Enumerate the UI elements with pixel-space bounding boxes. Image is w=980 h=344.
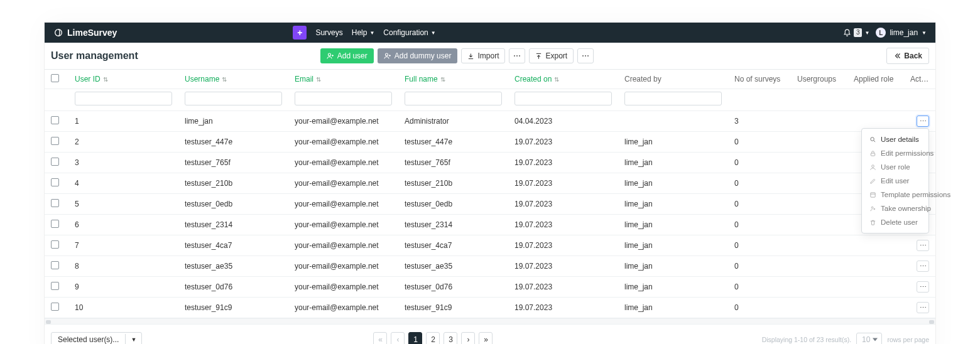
topbar: LimeSurvey + Surveys Help▼ Configuration… xyxy=(45,23,935,43)
cell-full-name: testuser_0d76 xyxy=(398,277,508,298)
results-text: Displaying 1-10 of 23 result(s). xyxy=(762,336,851,343)
cell-no-surveys: 0 xyxy=(728,256,791,277)
rows-per-page-select[interactable]: 10 xyxy=(856,333,882,344)
nav-help[interactable]: Help▼ xyxy=(352,28,375,37)
filter-email[interactable] xyxy=(295,92,392,105)
page-1[interactable]: 1 xyxy=(408,332,422,344)
horizontal-scrollbar[interactable] xyxy=(45,318,935,325)
nav-configuration[interactable]: Configuration▼ xyxy=(383,28,435,37)
menu-template-permissions[interactable]: Template permissions xyxy=(862,188,928,202)
filter-created-on[interactable] xyxy=(514,92,612,105)
back-button[interactable]: Back xyxy=(886,48,929,64)
avatar: L xyxy=(876,28,886,38)
row-action-button[interactable]: ⋯ xyxy=(917,281,929,293)
limesurvey-icon xyxy=(53,28,63,38)
row-checkbox[interactable] xyxy=(51,116,59,124)
cell-created-on: 19.07.2023 xyxy=(508,194,618,215)
pencil-icon xyxy=(869,178,876,185)
row-checkbox[interactable] xyxy=(51,220,59,228)
page-last[interactable]: » xyxy=(479,332,493,344)
row-checkbox[interactable] xyxy=(51,261,59,269)
add-user-button[interactable]: Add user xyxy=(320,48,374,63)
col-email[interactable]: Email⇅ xyxy=(288,70,398,89)
new-button[interactable]: + xyxy=(293,26,307,40)
cell-email: your-email@example.net xyxy=(288,277,398,298)
page-title: User management xyxy=(51,50,138,62)
cell-created-on: 19.07.2023 xyxy=(508,298,618,318)
row-checkbox[interactable] xyxy=(51,178,59,186)
filter-full-name[interactable] xyxy=(405,92,502,105)
import-button[interactable]: Import xyxy=(461,48,505,63)
col-user-id[interactable]: User ID⇅ xyxy=(68,70,178,89)
user-menu[interactable]: L lime_jan ▼ xyxy=(876,28,927,38)
cell-username: testuser_0edb xyxy=(178,194,288,215)
col-no-surveys[interactable]: No of surveys xyxy=(728,70,791,89)
template-icon xyxy=(869,191,876,198)
cell-user-id: 2 xyxy=(68,132,178,153)
brand-logo[interactable]: LimeSurvey xyxy=(53,28,117,38)
row-checkbox[interactable] xyxy=(51,158,59,166)
scroll-right-handle[interactable] xyxy=(929,320,934,324)
nav-surveys[interactable]: Surveys xyxy=(315,28,342,37)
cell-created-by: lime_jan xyxy=(618,256,728,277)
cell-no-surveys: 0 xyxy=(728,215,791,235)
notifications[interactable]: 3 ▼ xyxy=(843,28,869,37)
selected-users-dropdown[interactable]: Selected user(s)... ▼ xyxy=(51,332,142,344)
cell-created-on: 19.07.2023 xyxy=(508,132,618,153)
row-action-button[interactable]: ⋯ xyxy=(917,261,929,272)
cell-email: your-email@example.net xyxy=(288,194,398,215)
menu-take-ownership[interactable]: Take ownership xyxy=(862,202,928,215)
scroll-left-handle[interactable] xyxy=(46,320,51,324)
col-created-by[interactable]: Created by xyxy=(618,70,728,89)
cell-created-by: lime_jan xyxy=(618,132,728,153)
select-all-checkbox[interactable] xyxy=(51,74,59,82)
cell-user-id: 6 xyxy=(68,215,178,235)
filter-user-id[interactable] xyxy=(75,92,172,105)
cell-user-id: 1 xyxy=(68,111,178,132)
filter-username[interactable] xyxy=(185,92,282,105)
page-2[interactable]: 2 xyxy=(426,332,440,344)
table-row: 9testuser_0d76your-email@example.nettest… xyxy=(45,277,935,298)
import-more-button[interactable]: ⋯ xyxy=(509,48,525,63)
svg-point-3 xyxy=(871,137,874,141)
cell-created-by: lime_jan xyxy=(618,298,728,318)
person-icon xyxy=(869,164,876,171)
menu-delete-user[interactable]: Delete user xyxy=(862,215,928,229)
row-checkbox[interactable] xyxy=(51,137,59,145)
col-full-name[interactable]: Full name⇅ xyxy=(398,70,508,89)
cell-username: lime_jan xyxy=(178,111,288,132)
col-usergroups[interactable]: Usergroups xyxy=(791,70,847,89)
col-applied-role[interactable]: Applied role xyxy=(847,70,904,89)
bell-icon xyxy=(843,29,851,37)
notif-count: 3 xyxy=(854,28,863,37)
person-plus-icon xyxy=(327,52,334,60)
col-username[interactable]: Username⇅ xyxy=(178,70,288,89)
filter-created-by[interactable] xyxy=(624,92,722,105)
import-icon xyxy=(467,53,474,60)
row-action-button[interactable]: ⋯ xyxy=(917,302,929,313)
col-created-on[interactable]: Created on⇅ xyxy=(508,70,618,89)
row-checkbox[interactable] xyxy=(51,199,59,207)
page-3[interactable]: 3 xyxy=(444,332,457,344)
cell-created-by: lime_jan xyxy=(618,215,728,235)
brand-name: LimeSurvey xyxy=(67,28,117,38)
menu-user-details[interactable]: User details xyxy=(862,132,928,146)
row-action-button[interactable]: ⋯ xyxy=(917,240,929,251)
page-next[interactable]: › xyxy=(461,332,475,344)
row-checkbox[interactable] xyxy=(51,240,59,249)
cell-user-id: 3 xyxy=(68,153,178,173)
menu-edit-user[interactable]: Edit user xyxy=(862,174,928,188)
export-more-button[interactable]: ⋯ xyxy=(577,48,594,63)
menu-edit-permissions[interactable]: Edit permissions xyxy=(862,146,928,160)
rows-per-page-label: rows per page xyxy=(887,336,929,343)
cell-username: testuser_210b xyxy=(178,173,288,194)
cell-no-surveys: 0 xyxy=(728,132,791,153)
cell-created-on: 19.07.2023 xyxy=(508,235,618,256)
add-dummy-user-button[interactable]: Add dummy user xyxy=(378,48,458,63)
export-button[interactable]: Export xyxy=(529,48,574,63)
cell-username: testuser_765f xyxy=(178,153,288,173)
row-checkbox[interactable] xyxy=(51,282,59,290)
row-checkbox[interactable] xyxy=(51,303,59,311)
row-action-button[interactable]: ⋯ xyxy=(917,116,929,127)
menu-user-role[interactable]: User role xyxy=(862,160,928,174)
